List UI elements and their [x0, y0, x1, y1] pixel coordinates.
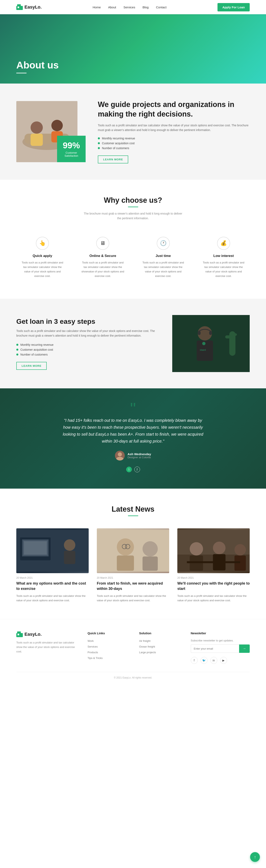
about-section: 99% Customer Satisfaction We guide proje… — [0, 84, 266, 180]
news-illustration-3 — [177, 528, 250, 573]
loan-body: Tools such as a profit simulator and tax… — [16, 329, 156, 338]
author-avatar — [115, 451, 125, 461]
footer-brand: EasyLo. Tools such as a profit simulator… — [16, 631, 76, 664]
about-image-container: 99% Customer Satisfaction — [16, 101, 86, 162]
about-badge-number: 99% — [61, 141, 82, 150]
footer-link-work: Work — [88, 639, 127, 643]
newsletter-email-input[interactable] — [191, 645, 239, 653]
newsletter-submit-button[interactable]: → — [239, 645, 250, 653]
svg-point-21 — [118, 452, 122, 457]
nav-contact[interactable]: Contact — [156, 5, 167, 9]
svg-rect-17 — [209, 331, 212, 335]
news-illustration-2 — [97, 528, 169, 573]
feature-just-time: 🕐 Just time Tools such as a profit simul… — [137, 233, 189, 282]
nav-about[interactable]: About — [108, 5, 116, 9]
svg-rect-34 — [143, 556, 158, 571]
loan-learn-more-button[interactable]: LEARN MORE — [16, 362, 47, 370]
svg-point-39 — [190, 542, 203, 555]
feature-desc-2: Tools such as a profit simulator and tax… — [81, 260, 125, 278]
feature-title-4: Low interest — [202, 254, 246, 258]
quote-mark: " — [41, 405, 225, 413]
footer-grid: EasyLo. Tools such as a profit simulator… — [16, 631, 250, 664]
author-info: Ash Wednesday Designer at Colorlib — [127, 452, 151, 459]
author-role: Designer at Colorlib — [127, 456, 151, 459]
footer-link-services: Services — [88, 645, 127, 648]
logo: EasyLo. — [16, 4, 41, 10]
social-youtube-icon[interactable]: ▶ — [220, 657, 227, 664]
newsletter-input-row: → — [191, 645, 250, 653]
brand-name: EasyLo. — [25, 4, 41, 10]
footer-quick-links: Quick Links Work Services Products Tips … — [88, 631, 127, 664]
loan-list-item-2: Customer acquisition cost — [16, 348, 156, 351]
news-title-1: What are my options worth and the cost t… — [16, 581, 89, 591]
svg-point-28 — [64, 539, 76, 551]
news-card-1: 20 March 2021 What are my options worth … — [16, 528, 89, 603]
feature-low-interest: 💰 Low interest Tools such as a profit si… — [198, 233, 250, 282]
svg-rect-27 — [24, 541, 47, 555]
social-facebook-icon[interactable]: f — [191, 657, 198, 664]
about-learn-more-button[interactable]: LEARN MORE — [98, 155, 128, 163]
footer-brand-name: EasyLo. — [25, 632, 41, 637]
svg-rect-16 — [198, 331, 201, 335]
about-list-item-3: Number of customers — [98, 147, 250, 150]
svg-point-18 — [202, 342, 205, 345]
news-desc-2: Tools such as a profit simulator and tax… — [97, 594, 169, 603]
loan-content: Get loan in 3 easy steps Tools such as a… — [16, 317, 156, 370]
svg-rect-29 — [64, 551, 76, 564]
social-linkedin-icon[interactable]: in — [210, 657, 217, 664]
nav-services[interactable]: Services — [123, 5, 135, 9]
footer-newsletter-title: Newsletter — [191, 631, 250, 635]
feature-desc-3: Tools such as a profit simulator and tax… — [141, 260, 185, 278]
list-dot — [98, 142, 100, 144]
feature-desc-1: Tools such as a profit simulator and tax… — [20, 260, 64, 278]
news-title-2: From start to finish, we were acquired w… — [97, 581, 169, 591]
news-desc-1: Tools such as a profit simulator and tax… — [16, 594, 89, 603]
page-dot-2[interactable]: 2 — [134, 467, 140, 472]
testimonial-section: " "I had 15+ folks reach out to me on Ea… — [0, 389, 266, 489]
news-grid: 20 March 2021 What are my options worth … — [16, 528, 250, 603]
svg-rect-32 — [117, 556, 134, 571]
svg-rect-48 — [18, 634, 19, 635]
nav-home[interactable]: Home — [92, 5, 101, 9]
feature-title-3: Just time — [141, 254, 185, 258]
feature-title-2: Online & Secure — [81, 254, 125, 258]
footer-solution-air: Air freight — [139, 639, 179, 643]
loan-illustration: vlaard — [172, 315, 250, 372]
footer-link-tips: Tips & Tricks — [88, 656, 127, 660]
footer-bottom: © 2021 EasyLo. All rights reserved. — [16, 672, 250, 679]
svg-point-6 — [31, 121, 43, 134]
news-title-3: We'll connect you with the right people … — [177, 581, 250, 591]
online-secure-icon: 🖥 — [96, 237, 109, 250]
footer-solution-title: Solution — [139, 631, 179, 635]
apply-loan-button[interactable]: Apply For Loan — [217, 3, 250, 11]
about-badge: 99% Customer Satisfaction — [57, 136, 86, 162]
why-title: Why choose us? — [16, 196, 250, 205]
about-list: Monthly recurring revenue Customer acqui… — [98, 137, 250, 150]
just-time-icon: 🕐 — [157, 237, 170, 250]
page-dot-1[interactable]: 1 — [126, 467, 132, 472]
navbar: EasyLo. Home About Services Blog Contact… — [0, 0, 266, 14]
about-list-item-1: Monthly recurring revenue — [98, 137, 250, 140]
svg-point-41 — [213, 542, 226, 554]
social-icons: f 🐦 in ▶ — [191, 657, 250, 664]
list-dot — [16, 353, 18, 355]
news-date-1: 20 March 2021 — [16, 577, 89, 579]
news-date-3: 20 March 2021 — [177, 577, 250, 579]
about-list-item-2: Customer acquisition cost — [98, 142, 250, 145]
author-avatar-img — [115, 451, 125, 461]
about-heading: We guide projects and organizations in m… — [98, 100, 250, 119]
feature-online-secure: 🖥 Online & Secure Tools such as a profit… — [77, 233, 129, 282]
news-card-2: 20 March 2021 From start to finish, we w… — [97, 528, 169, 603]
testimonial-pagination: 1 2 — [41, 467, 225, 472]
hero-title: About us — [16, 60, 59, 71]
loan-list: Monthly recurring revenue Customer acqui… — [16, 343, 156, 356]
nav-links: Home About Services Blog Contact — [92, 5, 166, 9]
author-name: Ash Wednesday — [127, 452, 151, 456]
nav-blog[interactable]: Blog — [143, 5, 149, 9]
footer-solution-list: Air freight Ocean freight Large projects — [139, 639, 179, 654]
loan-img-placeholder: vlaard — [172, 315, 250, 372]
footer-logo: EasyLo. — [16, 631, 76, 637]
social-twitter-icon[interactable]: 🐦 — [201, 657, 207, 664]
news-card-3: 20 March 2021 We'll connect you with the… — [177, 528, 250, 603]
news-illustration-1 — [16, 528, 89, 573]
